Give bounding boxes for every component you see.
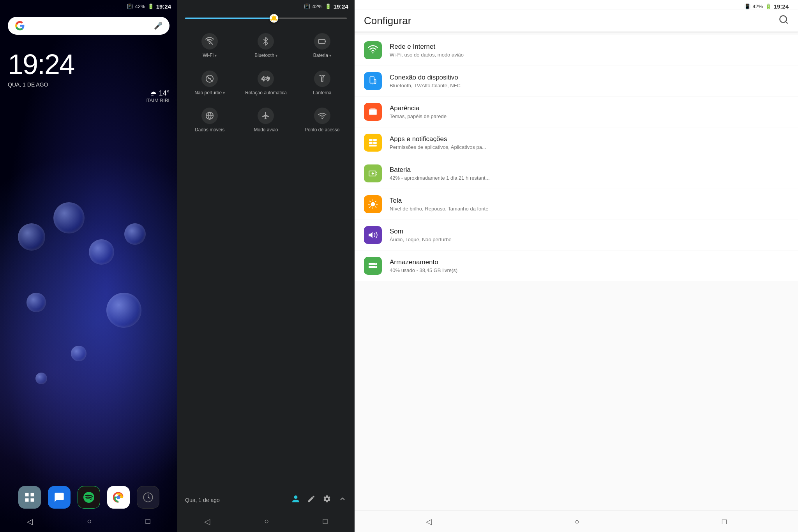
network-subtitle: Wi-Fi, uso de dados, modo avião — [390, 52, 538, 58]
settings-item-network[interactable]: Rede e Internet Wi-Fi, uso de dados, mod… — [355, 35, 798, 65]
apps-title: Apps e notificações — [390, 135, 789, 143]
brightness-slider[interactable] — [185, 18, 347, 19]
qs-battery-percent: 42% — [312, 4, 323, 9]
settings-recents-button[interactable]: □ — [722, 517, 727, 526]
quick-settings-panel: 📳 42% 🔋 19:24 — [177, 0, 355, 532]
svg-rect-29 — [371, 108, 376, 109]
qs-tile-battery[interactable]: Bateria ▾ — [295, 27, 350, 64]
wifi-label: Wi-Fi — [203, 53, 214, 59]
mic-icon[interactable]: 🎤 — [154, 21, 162, 30]
weather-row: 🌧 14° — [150, 89, 169, 97]
nav-bar: ◁ ○ □ — [0, 511, 177, 532]
date-weather-row: QUA, 1 DE AGO — [8, 81, 169, 88]
svg-rect-9 — [319, 39, 325, 43]
settings-item-appearance[interactable]: Aparência Temas, papéis de parede — [355, 97, 798, 127]
battery-label: Bateria — [313, 53, 328, 59]
qs-tile-wifi[interactable]: Wi-Fi ▾ — [182, 27, 237, 64]
battery-icon-wrap — [364, 164, 382, 182]
svg-rect-30 — [369, 139, 373, 141]
person-icon[interactable] — [291, 495, 300, 505]
search-bar[interactable]: 🎤 — [8, 17, 169, 35]
network-title: Rede e Internet — [390, 43, 789, 51]
qs-time: 19:24 — [334, 3, 348, 10]
vibrate-icon: 📳 — [127, 4, 133, 9]
qs-status-bar: 📳 42% 🔋 19:24 — [177, 0, 355, 13]
dnd-arrow[interactable]: ▾ — [223, 91, 225, 95]
rotation-label: Rotação automática — [245, 90, 287, 96]
svg-rect-1 — [30, 493, 34, 497]
settings-item-display[interactable]: Tela Nível de brilho, Repouso, Tamanho d… — [355, 189, 798, 219]
battery-arrow[interactable]: ▾ — [329, 53, 331, 58]
svg-rect-31 — [373, 139, 377, 141]
appearance-title: Aparência — [390, 104, 789, 112]
home-clock: 19:24 — [8, 50, 169, 78]
apps-icon-wrap — [364, 134, 382, 152]
storage-title: Armazenamento — [390, 258, 789, 266]
svg-rect-28 — [369, 110, 377, 115]
display-icon-wrap — [364, 195, 382, 213]
back-button[interactable]: ◁ — [27, 517, 33, 526]
qs-back-button[interactable]: ◁ — [204, 517, 210, 526]
home-screen: 📳 42% 🔋 19:24 🎤 19:24 QUA, 1 DE AGO 🌧 14… — [0, 0, 177, 532]
settings-battery-percent: 42% — [753, 4, 763, 9]
bluetooth-arrow[interactable]: ▾ — [275, 53, 277, 58]
dnd-label: Não perturbe — [194, 90, 222, 96]
edit-icon[interactable] — [307, 495, 316, 505]
qs-tile-flashlight[interactable]: Lanterna — [295, 64, 350, 101]
home-button[interactable]: ○ — [87, 517, 92, 526]
storage-icon-wrap — [364, 257, 382, 275]
qs-tile-hotspot[interactable]: Ponto de acesso — [295, 101, 350, 138]
recents-button[interactable]: □ — [146, 517, 150, 526]
mobile-data-icon — [201, 108, 218, 124]
qs-tile-dnd[interactable]: Não perturbe ▾ — [182, 64, 237, 101]
wifi-arrow[interactable]: ▾ — [215, 53, 217, 58]
settings-search-button[interactable] — [779, 14, 789, 27]
sound-title: Som — [390, 228, 789, 235]
settings-icon[interactable] — [323, 495, 331, 505]
device-subtitle: Bluetooth, TV/Alto-falante, NFC — [390, 83, 538, 88]
brightness-thumb[interactable] — [270, 14, 278, 23]
qs-tile-data[interactable]: Dados móveis — [182, 101, 237, 138]
qs-recents-button[interactable]: □ — [323, 517, 328, 526]
qs-home-button[interactable]: ○ — [264, 517, 269, 526]
svg-point-40 — [371, 202, 375, 207]
app-launcher[interactable] — [18, 486, 41, 509]
settings-nav-bar: ◁ ○ □ — [355, 511, 798, 532]
svg-line-18 — [323, 75, 325, 76]
settings-item-device[interactable]: Conexão do dispositivo Bluetooth, TV/Alt… — [355, 66, 798, 96]
settings-item-battery[interactable]: Bateria 42% - aproximadamente 1 dia 21 h… — [355, 158, 798, 189]
app-chrome[interactable] — [107, 486, 130, 509]
svg-rect-3 — [30, 498, 34, 502]
appearance-icon-wrap — [364, 103, 382, 121]
settings-home-button[interactable]: ○ — [574, 517, 579, 526]
svg-rect-16 — [321, 78, 323, 81]
qs-tile-airplane[interactable]: Modo avião — [238, 101, 293, 138]
google-logo — [15, 21, 25, 31]
sound-icon-wrap — [364, 226, 382, 244]
settings-back-button[interactable]: ◁ — [426, 517, 432, 526]
qs-vibrate-icon: 📳 — [304, 4, 310, 9]
settings-item-apps[interactable]: Apps e notificações Permissões de aplica… — [355, 127, 798, 158]
settings-item-sound[interactable]: Som Áudio, Toque, Não perturbe — [355, 220, 798, 250]
qs-tile-rotation[interactable]: Rotação automática — [238, 64, 293, 101]
app-spotify[interactable] — [78, 486, 100, 509]
qs-nav-bar: ◁ ○ □ — [177, 511, 355, 532]
apps-subtitle: Permissões de aplicativos, Aplicativos p… — [390, 144, 538, 150]
app-clock[interactable] — [137, 486, 159, 509]
flashlight-label: Lanterna — [313, 90, 331, 96]
app-messages[interactable] — [48, 486, 71, 509]
battery-settings-subtitle: 42% - aproximadamente 1 dia 21 h restant… — [390, 175, 538, 181]
battery-item-text: Bateria 42% - aproximadamente 1 dia 21 h… — [390, 166, 789, 181]
qs-tile-bluetooth[interactable]: Bluetooth ▾ — [238, 27, 293, 64]
network-item-text: Rede e Internet Wi-Fi, uso de dados, mod… — [390, 43, 789, 58]
expand-icon[interactable] — [338, 495, 347, 505]
settings-item-storage[interactable]: Armazenamento 40% usado - 38,45 GB livre… — [355, 251, 798, 281]
svg-rect-33 — [373, 142, 377, 144]
battery-percent: 42% — [135, 4, 145, 9]
airplane-icon — [258, 108, 274, 124]
hotspot-icon — [314, 108, 330, 124]
settings-header: Configurar — [355, 10, 798, 32]
svg-line-14 — [207, 76, 213, 81]
svg-rect-0 — [25, 493, 28, 497]
device-title: Conexão do dispositivo — [390, 74, 789, 81]
